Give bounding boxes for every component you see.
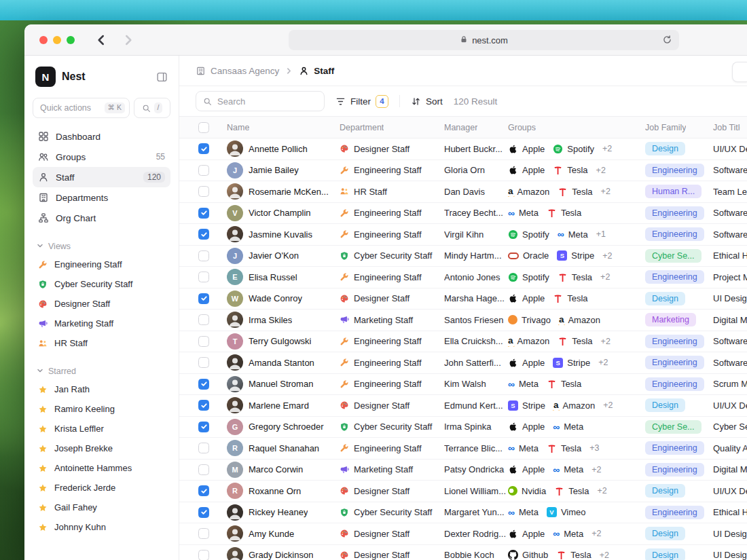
job-title-cell: Ethical Ha [713,250,747,261]
starred-item-label: Ramiro Keeling [54,404,115,414]
starred-item-ramiro-keeling[interactable]: Ramiro Keeling [33,399,170,419]
column-header-job-family[interactable]: Job Family [645,123,686,132]
quick-actions-button[interactable]: Quick actions ⌘ K [33,98,130,118]
starred-item-johnny-kuhn[interactable]: Johnny Kuhn [33,517,170,537]
groups-cell: AppleSStripe+2 [508,358,645,368]
row-checkbox[interactable] [198,379,209,390]
sort-button[interactable]: Sort [411,96,443,107]
table-row[interactable]: Amanda StantonEngineering StaffJohn Satt… [179,352,747,374]
group-tesla: Tesla [556,550,591,560]
sidebar-item-dashboard[interactable]: Dashboard [33,126,170,147]
row-checkbox[interactable] [198,357,209,368]
table-row[interactable]: Jasmine KuvalisEngineering StaffVirgil K… [179,224,747,246]
table-row[interactable]: RRaquel ShanahanEngineering StaffTerranc… [179,438,747,460]
column-header-department[interactable]: Department [340,123,384,132]
view-item-hr-staff[interactable]: HR Staff [33,333,170,353]
row-checkbox[interactable] [198,550,209,560]
view-item-engineering-staff[interactable]: Engineering Staff [33,255,170,274]
sidebar-search-button[interactable]: / [134,98,170,118]
reload-icon[interactable] [662,35,673,45]
row-checkbox[interactable] [198,528,209,539]
column-header-job-title[interactable]: Job Title [713,123,740,132]
table-row[interactable]: JJavier O'KonCyber Security StaffMindy H… [179,246,747,267]
column-header-name[interactable]: Name [227,123,249,132]
job-family-badge: Cyber Se... [645,420,702,434]
row-checkbox[interactable] [198,229,209,240]
row-checkbox[interactable] [198,314,209,325]
row-checkbox[interactable] [198,336,209,347]
staff-name: Roxanne Orn [249,486,301,496]
views-section-toggle[interactable]: Views [33,238,170,255]
table-row[interactable]: EElisa RusselEngineering StaffAntonio Jo… [179,267,747,288]
filter-button[interactable]: Filter 4 [335,95,388,108]
row-checkbox[interactable] [198,208,209,219]
cutoff-toolbar-button[interactable] [732,62,747,82]
table-row[interactable]: Manuel StromanEngineering StaffKim Walsh… [179,374,747,396]
browser-forward-button[interactable] [122,34,134,46]
minimize-window-button[interactable] [53,36,61,44]
row-checkbox[interactable] [198,293,209,304]
department-label: Engineering Staff [354,272,422,282]
starred-item-antoinette-hammes[interactable]: Antoinette Hammes [33,458,170,478]
row-checkbox[interactable] [198,507,209,518]
table-row[interactable]: WWade ConroyDesigner StaffMarsha Hage...… [179,288,747,310]
row-checkbox[interactable] [198,485,209,496]
sidebar-collapse-icon[interactable] [156,71,168,83]
column-header-groups[interactable]: Groups [508,123,536,132]
shield-icon [340,508,349,517]
groups-cell: AppleTesla+2 [508,165,645,175]
starred-item-joseph-brekke[interactable]: Joseph Brekke [33,438,170,458]
job-title-cell: Quality A [713,443,747,453]
table-row[interactable]: JJamie BaileyEngineering StaffGloria Orn… [179,160,747,182]
column-header-manager[interactable]: Manager [444,123,477,132]
starred-item-frederick-jerde[interactable]: Frederick Jerde [33,478,170,498]
table-row[interactable]: Annette PollichDesigner StaffHubert Buck… [179,138,747,160]
starred-item-krista-leffler[interactable]: Krista Leffler [33,419,170,438]
table-row[interactable]: RRoxanne OrnDesigner StaffLionel William… [179,481,747,502]
row-checkbox[interactable] [198,186,209,197]
department-cell: Marketing Staff [340,315,444,325]
table-row[interactable]: VVictor ChamplinEngineering StaffTracey … [179,203,747,225]
starred-section-toggle[interactable]: Starred [33,363,170,379]
starred-item-gail-fahey[interactable]: Gail Fahey [33,498,170,517]
table-row[interactable]: MMarco CorwinMarketing StaffPatsy Ondric… [179,460,747,481]
sidebar-item-org-chart[interactable]: Org Chart [33,208,170,228]
table-row[interactable]: Grady DickinsonDesigner StaffBobbie Koch… [179,545,747,560]
select-all-checkbox[interactable] [198,122,209,133]
view-item-marketing-staff[interactable]: Marketing Staff [33,314,170,333]
address-bar[interactable]: nest.com [289,30,679,50]
department-cell: Engineering Staff [340,272,444,282]
breadcrumb-agency[interactable]: Cansaas Agency [196,66,279,76]
view-item-cyber-security-staff[interactable]: Cyber Security Staff [33,274,170,294]
sidebar-item-staff[interactable]: Staff120 [33,167,170,187]
table-row[interactable]: Rosemarie McKen...HR StaffDan DavisaAmaz… [179,181,747,203]
table-row[interactable]: Amy KundeDesigner StaffDexter Rodrig...A… [179,523,747,545]
row-checkbox[interactable] [198,400,209,411]
view-item-designer-staff[interactable]: Designer Staff [33,294,170,314]
group-tesla: Tesla [553,293,587,303]
department-label: Designer Staff [354,144,409,154]
sidebar-item-departments[interactable]: Departments [33,187,170,208]
table-row[interactable]: GGregory SchroederCyber Security StaffIr… [179,417,747,438]
row-checkbox[interactable] [198,143,209,154]
table-row[interactable]: Rickey HeaneyCyber Security StaffMargare… [179,502,747,524]
row-checkbox[interactable] [198,464,209,475]
table-row[interactable]: TTerry GulgowskiEngineering StaffElla Cr… [179,331,747,353]
star-icon [38,503,48,512]
row-checkbox[interactable] [198,165,209,176]
close-window-button[interactable] [39,36,48,44]
breadcrumb-staff[interactable]: Staff [299,66,334,76]
sidebar-item-groups[interactable]: Groups55 [33,147,170,167]
table-row[interactable]: Marlene EmardDesigner StaffEdmund Kert..… [179,395,747,417]
checkbox-cell [179,336,227,347]
browser-back-button[interactable] [95,34,107,46]
row-checkbox[interactable] [198,422,209,432]
table-row[interactable]: Irma SkilesMarketing StaffSantos Friesen… [179,310,747,331]
row-checkbox[interactable] [198,272,209,282]
starred-item-jan-rath[interactable]: Jan Rath [33,379,170,399]
more-groups-badge: +2 [600,272,610,282]
row-checkbox[interactable] [198,250,209,261]
row-checkbox[interactable] [198,443,209,453]
table-search-input[interactable]: Search [196,91,325,111]
maximize-window-button[interactable] [67,36,75,44]
